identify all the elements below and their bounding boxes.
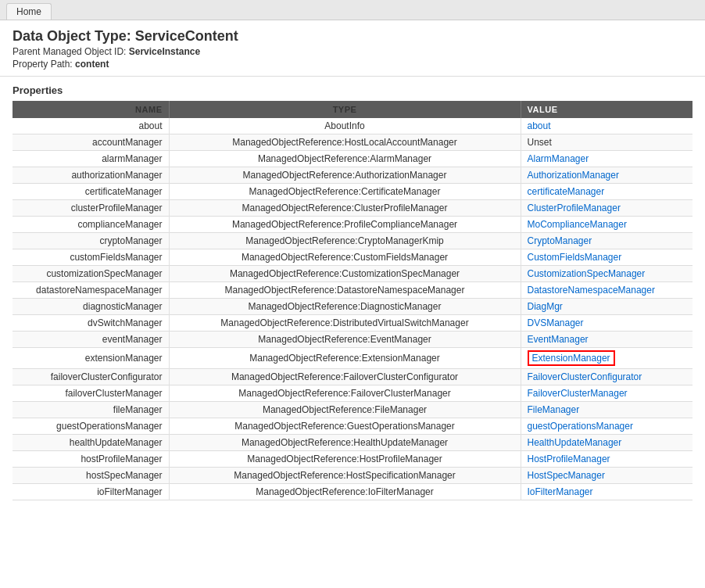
cell-type: ManagedObjectReference:HealthUpdateManag…: [169, 435, 521, 451]
cell-value[interactable]: guestOperationsManager: [521, 418, 692, 435]
value-link[interactable]: FailoverClusterManager: [528, 388, 628, 399]
title-name: ServiceContent: [135, 28, 238, 44]
value-link[interactable]: CustomizationSpecManager: [528, 268, 646, 279]
cell-value[interactable]: HostSpecManager: [521, 468, 692, 484]
cell-value[interactable]: IoFilterManager: [521, 484, 692, 500]
cell-name: hostSpecManager: [13, 468, 169, 484]
value-link[interactable]: HostProfileManager: [528, 454, 610, 464]
cell-type: ManagedObjectReference:ExtensionManager: [169, 348, 521, 369]
cell-name: customFieldsManager: [13, 249, 169, 266]
table-row: alarmManagerManagedObjectReference:Alarm…: [13, 151, 692, 167]
value-link[interactable]: DVSManager: [528, 317, 584, 328]
value-link[interactable]: DiagMgr: [528, 301, 563, 312]
cell-type: AboutInfo: [169, 118, 521, 134]
cell-name: clusterProfileManager: [13, 200, 169, 217]
table-row: aboutAboutInfoabout: [13, 118, 692, 134]
cell-name: about: [13, 118, 169, 134]
value-link[interactable]: about: [528, 120, 551, 131]
cell-name: authorizationManager: [13, 167, 169, 184]
cell-name: failoverClusterConfigurator: [13, 369, 169, 385]
cell-name: failoverClusterManager: [13, 385, 169, 402]
cell-value[interactable]: CustomFieldsManager: [521, 249, 692, 266]
home-tab[interactable]: Home: [6, 3, 52, 20]
cell-name: eventManager: [13, 332, 169, 348]
table-row: dvSwitchManagerManagedObjectReference:Di…: [13, 315, 692, 332]
cell-value[interactable]: CustomizationSpecManager: [521, 266, 692, 282]
cell-value[interactable]: MoComplianceManager: [521, 217, 692, 233]
value-link[interactable]: CustomFieldsManager: [528, 252, 622, 263]
cell-type: ManagedObjectReference:HostProfileManage…: [169, 451, 521, 468]
cell-name: fileManager: [13, 402, 169, 418]
value-link[interactable]: HostSpecManager: [528, 470, 605, 481]
value-link[interactable]: CryptoManager: [528, 235, 592, 246]
cell-value[interactable]: ExtensionManager: [521, 348, 692, 369]
column-header-name: NAME: [13, 101, 169, 118]
properties-table: NAME TYPE VALUE aboutAboutInfoaboutaccou…: [13, 101, 692, 500]
value-link[interactable]: AuthorizationManager: [528, 170, 619, 181]
cell-type: ManagedObjectReference:AlarmManager: [169, 151, 521, 167]
table-row: guestOperationsManagerManagedObjectRefer…: [13, 418, 692, 435]
table-row: certificateManagerManagedObjectReference…: [13, 184, 692, 200]
cell-value[interactable]: FileManager: [521, 402, 692, 418]
cell-name: alarmManager: [13, 151, 169, 167]
cell-value[interactable]: HealthUpdateManager: [521, 435, 692, 451]
cell-name: accountManager: [13, 134, 169, 151]
cell-name: extensionManager: [13, 348, 169, 369]
cell-value[interactable]: ClusterProfileManager: [521, 200, 692, 217]
cell-name: datastoreNamespaceManager: [13, 282, 169, 299]
value-link[interactable]: FailoverClusterConfigurator: [528, 371, 642, 382]
cell-value[interactable]: about: [521, 118, 692, 134]
value-link[interactable]: guestOperationsManager: [528, 421, 633, 432]
table-row: extensionManagerManagedObjectReference:E…: [13, 348, 692, 369]
table-row: complianceManagerManagedObjectReference:…: [13, 217, 692, 233]
value-link[interactable]: ClusterProfileManager: [528, 203, 621, 213]
value-link[interactable]: MoComplianceManager: [528, 219, 627, 230]
cell-name: certificateManager: [13, 184, 169, 200]
cell-type: ManagedObjectReference:CryptoManagerKmip: [169, 233, 521, 249]
value-link[interactable]: HealthUpdateManager: [528, 437, 622, 448]
table-row: clusterProfileManagerManagedObjectRefere…: [13, 200, 692, 217]
cell-type: ManagedObjectReference:CustomFieldsManag…: [169, 249, 521, 266]
cell-type: ManagedObjectReference:ProfileCompliance…: [169, 217, 521, 233]
cell-name: cryptoManager: [13, 233, 169, 249]
value-link[interactable]: IoFilterManager: [528, 486, 593, 497]
value-link[interactable]: certificateManager: [528, 186, 605, 197]
cell-type: ManagedObjectReference:FailoverClusterMa…: [169, 385, 521, 402]
cell-value[interactable]: certificateManager: [521, 184, 692, 200]
cell-value[interactable]: CryptoManager: [521, 233, 692, 249]
cell-value[interactable]: AuthorizationManager: [521, 167, 692, 184]
cell-type: ManagedObjectReference:CustomizationSpec…: [169, 266, 521, 282]
cell-type: ManagedObjectReference:AuthorizationMana…: [169, 167, 521, 184]
cell-value[interactable]: DiagMgr: [521, 299, 692, 315]
cell-value[interactable]: FailoverClusterConfigurator: [521, 369, 692, 385]
value-link[interactable]: DatastoreNamespaceManager: [528, 285, 655, 296]
value-link[interactable]: AlarmManager: [528, 153, 589, 164]
value-link[interactable]: EventManager: [528, 334, 589, 345]
cell-value: Unset: [521, 134, 692, 151]
cell-type: ManagedObjectReference:HostLocalAccountM…: [169, 134, 521, 151]
column-header-value: VALUE: [521, 101, 692, 118]
table-row: fileManagerManagedObjectReference:FileMa…: [13, 402, 692, 418]
cell-type: ManagedObjectReference:CertificateManage…: [169, 184, 521, 200]
cell-name: hostProfileManager: [13, 451, 169, 468]
cell-type: ManagedObjectReference:FileManager: [169, 402, 521, 418]
properties-title: Properties: [13, 84, 692, 96]
table-row: authorizationManagerManagedObjectReferen…: [13, 167, 692, 184]
table-row: hostSpecManagerManagedObjectReference:Ho…: [13, 468, 692, 484]
table-row: hostProfileManagerManagedObjectReference…: [13, 451, 692, 468]
table-row: eventManagerManagedObjectReference:Event…: [13, 332, 692, 348]
value-link[interactable]: ExtensionManager: [528, 350, 615, 366]
cell-type: ManagedObjectReference:ClusterProfileMan…: [169, 200, 521, 217]
parent-managed-object: Parent Managed Object ID: ServiceInstanc…: [13, 46, 692, 57]
cell-value[interactable]: FailoverClusterManager: [521, 385, 692, 402]
tab-bar: Home: [0, 0, 705, 20]
cell-value[interactable]: EventManager: [521, 332, 692, 348]
cell-type: ManagedObjectReference:DiagnosticManager: [169, 299, 521, 315]
cell-value[interactable]: HostProfileManager: [521, 451, 692, 468]
value-link[interactable]: FileManager: [528, 404, 580, 415]
cell-value[interactable]: DatastoreNamespaceManager: [521, 282, 692, 299]
cell-value[interactable]: AlarmManager: [521, 151, 692, 167]
table-header-row: NAME TYPE VALUE: [13, 101, 692, 118]
cell-name: healthUpdateManager: [13, 435, 169, 451]
cell-value[interactable]: DVSManager: [521, 315, 692, 332]
